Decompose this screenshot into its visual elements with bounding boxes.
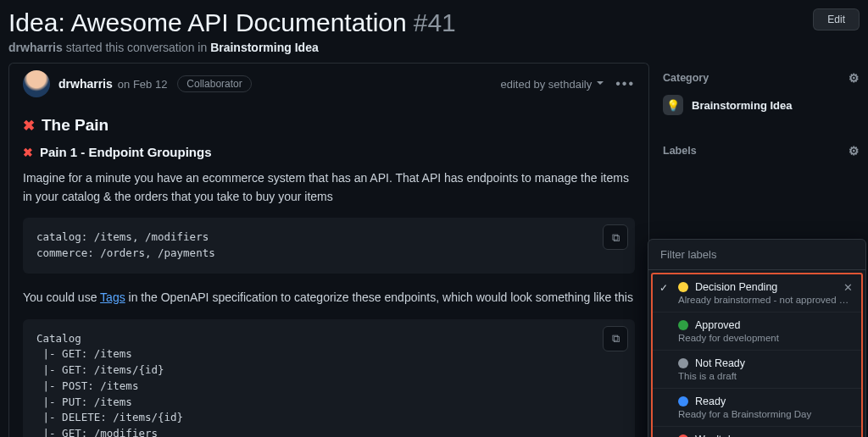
labels-label: Labels [663, 145, 697, 157]
label-desc: Ready for development [678, 333, 851, 343]
comment-container: drwharris on Feb 12 Collaborator edited … [8, 63, 649, 437]
label-color-dot [678, 396, 688, 407]
label-name: Won't do [695, 434, 737, 437]
label-name: Ready [695, 396, 726, 407]
code-block: Catalog |- GET: /items |- GET: /items/{i… [23, 319, 635, 437]
label-desc: Ready for a Brainstorming Day [678, 409, 851, 419]
category-emoji-icon: 💡 [663, 95, 683, 115]
paragraph: You could use Tags in the OpenAPI specif… [23, 289, 635, 307]
label-option[interactable]: ApprovedReady for development [653, 312, 861, 350]
category-label: Category [663, 72, 709, 84]
discussion-number: #41 [414, 8, 456, 37]
cross-icon: ✖ [23, 117, 35, 135]
subheader-text: started this conversation in [63, 41, 210, 54]
sidebar-labels: Labels ⚙ [663, 136, 860, 163]
label-desc: Already brainstormed - not approved or r… [678, 295, 851, 305]
code-block: catalog: /items, /modifiers commerce: /o… [23, 218, 635, 274]
sidebar-category: Category ⚙ 💡 Brainstorming Idea [663, 63, 860, 120]
check-icon: ✓ [659, 282, 668, 294]
edited-by-dropdown[interactable]: edited by sethdaily [501, 78, 604, 91]
comment-author[interactable]: drwharris [58, 77, 113, 91]
edit-button[interactable]: Edit [813, 8, 860, 30]
discussion-title-line: Idea: Awesome API Documentation #41 [8, 8, 456, 37]
label-name: Not Ready [695, 357, 745, 369]
label-option[interactable]: Not ReadyThis is a draft [653, 350, 861, 388]
labels-popup: ✓Decision PendingAlready brainstormed - … [648, 239, 866, 437]
avatar[interactable] [23, 70, 50, 97]
gear-icon[interactable]: ⚙ [849, 144, 860, 158]
remove-label-icon[interactable]: ✕ [843, 281, 853, 294]
label-color-dot [678, 358, 688, 368]
discussion-title: Idea: Awesome API Documentation [8, 8, 407, 37]
label-color-dot [678, 282, 688, 292]
gear-icon[interactable]: ⚙ [849, 71, 860, 85]
filter-labels-input[interactable] [648, 240, 865, 270]
subheader: drwharris started this conversation in B… [0, 41, 868, 63]
label-name: Approved [695, 319, 741, 331]
heading-pain: ✖ The Pain [23, 116, 635, 135]
role-badge: Collaborator [177, 75, 251, 92]
label-desc: This is a draft [678, 371, 851, 381]
subheader-author[interactable]: drwharris [8, 41, 63, 54]
cross-icon: ✖ [23, 146, 33, 159]
label-option[interactable]: ReadyReady for a Brainstorming Day [653, 388, 861, 426]
copy-icon[interactable]: ⧉ [603, 326, 628, 351]
comment-menu-icon[interactable]: ••• [615, 76, 635, 91]
label-option[interactable]: Won't doThis idea has been decided again… [653, 426, 861, 437]
subheader-category[interactable]: Brainstorming Idea [210, 41, 319, 54]
label-option[interactable]: ✓Decision PendingAlready brainstormed - … [653, 274, 861, 312]
category-name[interactable]: Brainstorming Idea [692, 99, 792, 112]
paragraph: Imagine for a minute you have an ecommer… [23, 169, 635, 206]
label-color-dot [678, 320, 688, 330]
heading-pain-1: ✖ Pain 1 - Endpoint Groupings [23, 145, 635, 159]
copy-icon[interactable]: ⧉ [603, 224, 628, 250]
tags-link[interactable]: Tags [100, 290, 125, 304]
comment-date: on Feb 12 [118, 78, 168, 91]
label-name: Decision Pending [695, 281, 777, 293]
